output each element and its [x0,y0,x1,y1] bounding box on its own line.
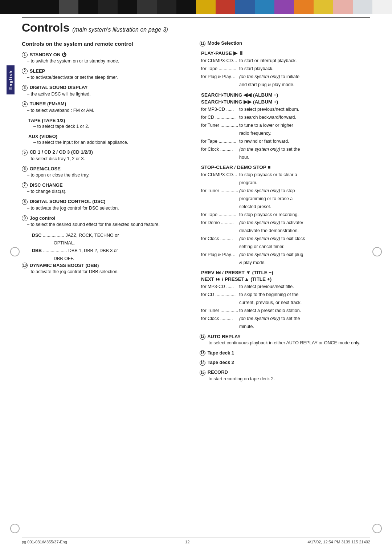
list-item: for Plug & Play…(on the system only) to … [201,73,370,80]
item-label: SLEEP [30,68,45,74]
sub-value-cont: DBB OFF. [32,255,189,263]
footer-right: 4/17/02, 12:54 PM 3139 115 21402 [308,540,370,544]
control-block: SEARCH•TUNING ◀◀ (ALBUM −) SEARCH•TUNING… [200,92,370,161]
item-desc: to open or close the disc tray. [22,172,189,179]
for-label: for Tuner .............. [201,122,239,129]
item-number: 8 [22,199,28,205]
for-label: for MP3-CD ...... [201,106,239,113]
list-item: 1 STANDBY ON ⏻ to switch the system on o… [22,52,189,65]
control-name: NEXT ⏭ / PRESET▲ (TITLE +) [201,276,370,282]
list-item: for Tape ..............to rewind or fast… [201,138,370,145]
bottom-right-circle [372,524,382,533]
color-block [118,0,137,14]
for-label: for Tape .............. [201,65,239,72]
item-label: DISC CHANGE [30,182,63,188]
list-item: 15 RECORD to start recording on tape dec… [200,369,370,382]
for-label: for CD/MP3-CD… [201,171,239,178]
item-label: STANDBY ON ⏻ [30,52,66,57]
list-item: for Demo ..........(on the system only) … [201,219,370,226]
list-item: setting or cancel timer. [201,243,370,250]
list-item: & play mode. [201,259,370,266]
item-number: 2 [22,68,28,74]
list-item: radio frequency. [201,130,370,137]
main-content: Controls (main system's illustration on … [0,14,392,400]
item-label: OPEN/CLOSE [30,166,61,171]
list-item: and start plug & play mode. [201,81,370,88]
item-label: Tape deck 2 [208,360,234,365]
item-label: CD 1 / CD 2 / CD 3 (CD 1/2/3) [30,149,93,155]
list-item: minute. [201,323,370,330]
item-label: AUTO REPLAY [207,334,241,339]
color-block [235,0,255,14]
color-block [176,0,196,14]
list-item: 4 TUNER (FM•AM) to select waveband : FM … [22,101,189,114]
item-label: Mode Selection [208,40,242,46]
color-block [353,0,372,14]
list-item: for Clock ..........(on the system only)… [201,315,370,322]
list-item: DSC ................. JAZZ, ROCK, TECHNO… [32,232,189,247]
for-label: for Clock .......... [201,235,239,242]
item-label: TAPE [28,118,41,123]
right-column: 11 Mode Selection PLAY•PAUSE ▶ ⏸ for CD/… [200,40,370,386]
item-label: DIGITAL SOUND DISPLAY [30,85,88,90]
list-item: for Tape ..............to start playback… [201,65,370,72]
for-label: for Clock .......... [201,315,239,322]
list-item: for CD/MP3-CD…to start or interrupt play… [201,57,370,64]
item-number: 11 [200,41,205,46]
item-title: 3 DIGITAL SOUND DISPLAY [22,85,189,91]
control-name: PREV ⏮ / PRESET ▼ (TITLE −) [201,270,370,275]
list-item: 3 DIGITAL SOUND DISPLAY the active DSC w… [22,85,189,97]
item-number: 4 [22,101,28,107]
top-color-bar [0,0,392,14]
right-ornament-circle [372,247,382,256]
color-block [216,0,235,14]
item-label: Jog control [30,215,56,221]
item-title: TAPE (TAPE 1/2) [28,118,189,123]
for-label: for Tuner .............. [201,307,239,314]
item-title: 2 SLEEP [22,68,189,74]
for-label: for Demo .......... [201,219,239,226]
item-suffix: (FM•AM) [47,101,66,106]
color-block [0,0,20,14]
item-label: RECORD [208,369,228,375]
for-label: for Tape .............. [201,138,239,145]
item-suffix: (TAPE 1/2) [42,118,65,123]
item-title: 7 DISC CHANGE [22,182,189,189]
item-desc: to start recording on tape deck 2. [200,376,370,382]
item-desc: to select the desired sound effect for t… [22,221,189,228]
control-block: PREV ⏮ / PRESET ▼ (TITLE −) NEXT ⏭ / PRE… [200,270,370,330]
list-item: for Plug & Play…(on the system only) to … [201,251,370,258]
item-number: 5 [22,150,28,155]
list-item: 8 DIGITAL SOUND CONTROL (DSC) to activat… [22,199,189,211]
item-label: DYNAMIC BASS BOOST (DBB) [30,263,99,268]
color-block [314,0,333,14]
for-label: for CD ................ [201,291,239,298]
footer-center: 12 [185,540,189,544]
color-block [137,0,157,14]
item-number: 6 [22,166,28,172]
list-item: for Tuner ..............(on the system o… [201,187,370,194]
list-item: 7 DISC CHANGE to change disc(s). [22,182,189,195]
list-item: selected preset. [201,203,370,210]
for-label: for Plug & Play… [201,73,239,80]
item-title: 4 TUNER (FM•AM) [22,101,189,107]
item-title: 6 OPEN/CLOSE [22,166,189,172]
for-label: for Clock .......... [201,146,239,153]
left-ornament-circle [10,247,20,256]
title-controls: Controls [22,21,70,34]
list-item: 9 Jog control to select the desired soun… [22,215,189,228]
item-number: 9 [22,215,28,221]
item-suffix: (VIDEO) [40,134,57,139]
control-block: PLAY•PAUSE ▶ ⏸ for CD/MP3-CD…to start or… [200,50,370,88]
list-item: hour. [201,154,370,161]
item-title: 1 STANDBY ON ⏻ [22,52,189,58]
for-label: for CD ................ [201,114,239,121]
control-block: STOP•CLEAR / DEMO STOP ■ for CD/MP3-CD…t… [200,165,370,266]
item-desc: to activate/deactivate or set the sleep … [22,74,189,81]
item-desc: to select tape deck 1 or 2. [28,123,189,130]
sidebar-english-tab: English [7,65,15,94]
list-item: for MP3-CD ......to select previous/next… [201,283,370,290]
list-item: 12 AUTO REPLAY to select continuous play… [200,334,370,347]
color-block [78,0,98,14]
item-desc: to select disc tray 1, 2 or 3. [22,155,189,162]
